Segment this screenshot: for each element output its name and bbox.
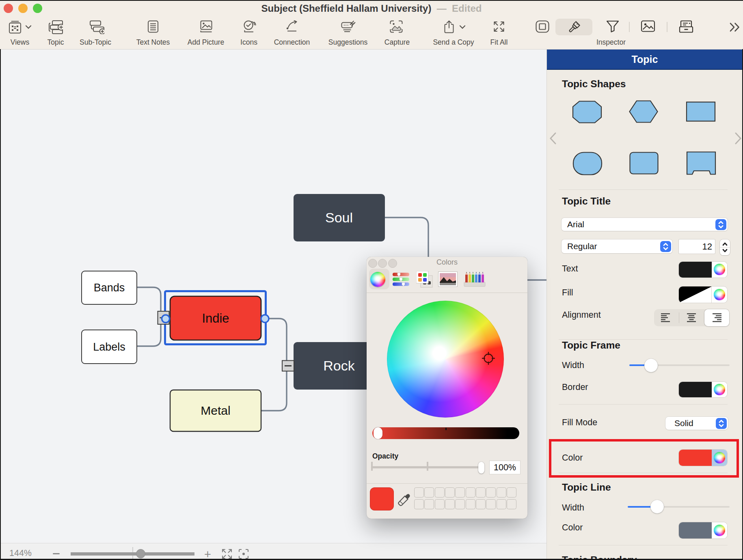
svg-text:Soul: Soul bbox=[325, 210, 353, 225]
svg-text:Rock: Rock bbox=[323, 358, 355, 373]
svg-text:Bands: Bands bbox=[94, 282, 125, 294]
svg-text:Indie: Indie bbox=[202, 311, 229, 325]
svg-text:Metal: Metal bbox=[201, 404, 230, 417]
svg-text:Labels: Labels bbox=[93, 341, 125, 353]
